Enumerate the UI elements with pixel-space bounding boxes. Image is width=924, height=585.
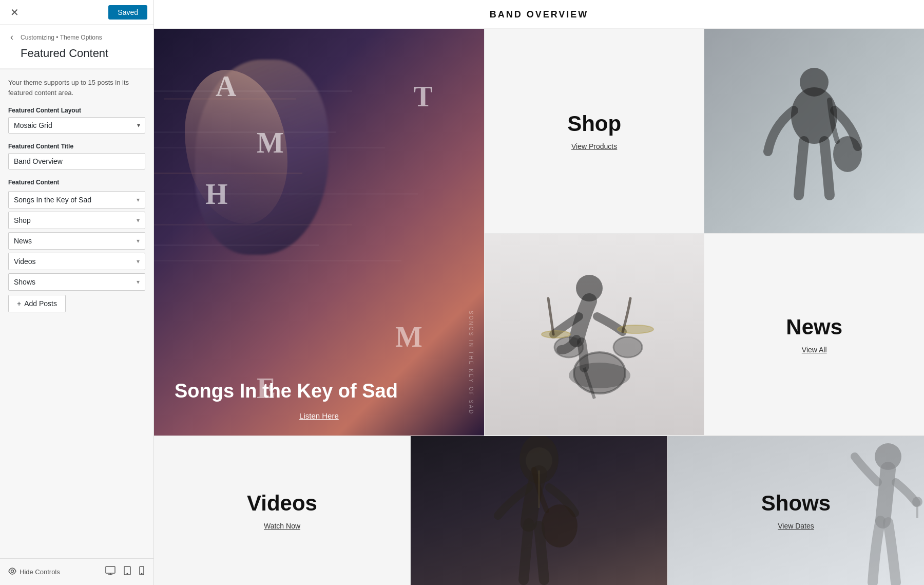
drummer-background <box>485 234 704 435</box>
hero-letter-t: T <box>413 80 432 113</box>
content-item-shows-label: Shows <box>14 278 35 286</box>
title-field-group: Featured Content Title <box>8 143 145 169</box>
news-drummer-cell <box>484 234 704 436</box>
svg-point-12 <box>554 337 583 357</box>
svg-point-15 <box>542 331 570 338</box>
eye-icon <box>8 567 16 577</box>
content-item-shop[interactable]: Shop ▾ <box>8 212 145 229</box>
sidebar-footer: Hide Controls <box>0 558 153 585</box>
title-label: Featured Content Title <box>8 143 145 150</box>
shop-title: Shop <box>567 111 621 136</box>
svg-point-5 <box>141 573 142 574</box>
videos-cell: Videos Watch Now <box>154 436 411 585</box>
news-cell: News View All <box>704 234 924 436</box>
svg-point-3 <box>127 573 128 574</box>
content-item-songs-arrow-icon: ▾ <box>137 196 140 203</box>
shows-link[interactable]: View Dates <box>778 522 814 530</box>
hero-letter-m2: M <box>395 320 422 353</box>
singer-silhouette <box>821 436 924 585</box>
content-item-songs[interactable]: Songs In the Key of Sad ▾ <box>8 191 145 209</box>
hero-content: Songs In the Key of Sad Listen Here <box>154 364 484 436</box>
shop-link[interactable]: View Products <box>571 142 617 150</box>
guitarist-background <box>704 29 924 233</box>
close-button[interactable]: ✕ <box>6 5 23 20</box>
hero-letter-m: M <box>257 126 284 159</box>
back-button[interactable]: ‹ <box>8 31 15 44</box>
news-link[interactable]: View All <box>802 346 827 354</box>
guitarist-cell <box>704 29 924 234</box>
bottom-grid: Videos Watch Now <box>154 436 924 585</box>
info-text: Your theme supports up to 15 posts in it… <box>8 78 145 98</box>
svg-point-0 <box>11 570 14 573</box>
title-input[interactable] <box>8 153 145 169</box>
desktop-view-button[interactable] <box>104 565 117 579</box>
content-item-news-arrow-icon: ▾ <box>137 237 140 244</box>
saved-button[interactable]: Saved <box>108 5 147 20</box>
concert-cell <box>411 436 667 585</box>
hide-controls-button[interactable]: Hide Controls <box>8 567 60 577</box>
content-item-songs-label: Songs In the Key of Sad <box>14 196 91 204</box>
svg-point-7 <box>800 68 829 97</box>
page-title-bar: BAND OVERVIEW <box>154 0 924 29</box>
shows-content: Shows View Dates <box>761 491 831 530</box>
layout-label: Featured Content Layout <box>8 107 145 114</box>
content-item-shop-arrow-icon: ▾ <box>137 217 140 224</box>
videos-title: Videos <box>247 491 317 516</box>
section-title: Featured Content <box>21 47 145 60</box>
content-item-news[interactable]: News ▾ <box>8 232 145 250</box>
content-item-shop-label: Shop <box>14 216 31 224</box>
news-title: News <box>786 315 842 339</box>
drummer-silhouette <box>533 268 656 401</box>
videos-link[interactable]: Watch Now <box>264 522 300 530</box>
guitarist-silhouette <box>758 59 871 203</box>
sidebar-header: ✕ Saved ‹ Customizing • Theme Options Fe… <box>0 0 153 69</box>
breadcrumb-bar: ‹ Customizing • Theme Options <box>0 25 153 44</box>
add-posts-button[interactable]: + Add Posts <box>8 295 66 312</box>
hero-title: Songs In the Key of Sad <box>175 380 464 403</box>
close-icon: ✕ <box>10 7 19 18</box>
hero-cell: A T M H M E Songs In the Key of Sad List… <box>154 29 484 436</box>
hero-letter-h: H <box>205 178 228 211</box>
content-item-shows-arrow-icon: ▾ <box>137 278 140 286</box>
add-icon: + <box>17 299 21 308</box>
device-icons-group <box>104 565 145 579</box>
layout-select-wrapper[interactable]: Mosaic Grid ▾ <box>8 117 145 134</box>
sidebar: ✕ Saved ‹ Customizing • Theme Options Fe… <box>0 0 154 585</box>
content-item-news-label: News <box>14 237 32 245</box>
breadcrumb: Customizing • Theme Options <box>21 34 102 41</box>
shop-cell: Shop View Products <box>484 29 704 234</box>
content-item-videos-arrow-icon: ▾ <box>137 258 140 265</box>
layout-select[interactable]: Mosaic Grid <box>8 117 145 134</box>
tablet-view-button[interactable] <box>123 565 132 579</box>
back-icon: ‹ <box>10 32 13 42</box>
sidebar-content: Your theme supports up to 15 posts in it… <box>0 69 153 558</box>
shows-cell: Shows View Dates <box>667 436 924 585</box>
female-guitarist-silhouette <box>472 436 606 585</box>
content-item-shows[interactable]: Shows ▾ <box>8 273 145 291</box>
content-item-videos-label: Videos <box>14 257 36 266</box>
featured-content-section: Featured Content Songs In the Key of Sad… <box>8 179 145 312</box>
content-grid: A T M H M E Songs In the Key of Sad List… <box>154 29 924 436</box>
top-bar: ✕ Saved <box>0 0 153 25</box>
layout-field-group: Featured Content Layout Mosaic Grid ▾ <box>8 107 145 134</box>
svg-point-20 <box>912 497 922 507</box>
content-item-videos[interactable]: Videos ▾ <box>8 253 145 270</box>
hero-letter-a: A <box>216 70 236 103</box>
content-label: Featured Content <box>8 179 145 186</box>
hide-controls-label: Hide Controls <box>20 568 60 576</box>
section-title-bar: Featured Content <box>0 44 153 69</box>
concert-background <box>411 436 667 585</box>
shows-title: Shows <box>761 491 831 516</box>
mobile-view-button[interactable] <box>138 565 145 579</box>
add-posts-label: Add Posts <box>24 299 57 308</box>
main-content: BAND OVERVIEW <box>154 0 924 585</box>
hero-listen-link[interactable]: Listen Here <box>175 411 464 420</box>
svg-point-13 <box>613 337 642 357</box>
svg-rect-1 <box>106 567 115 573</box>
page-title: BAND OVERVIEW <box>154 9 924 20</box>
svg-point-11 <box>574 352 625 393</box>
